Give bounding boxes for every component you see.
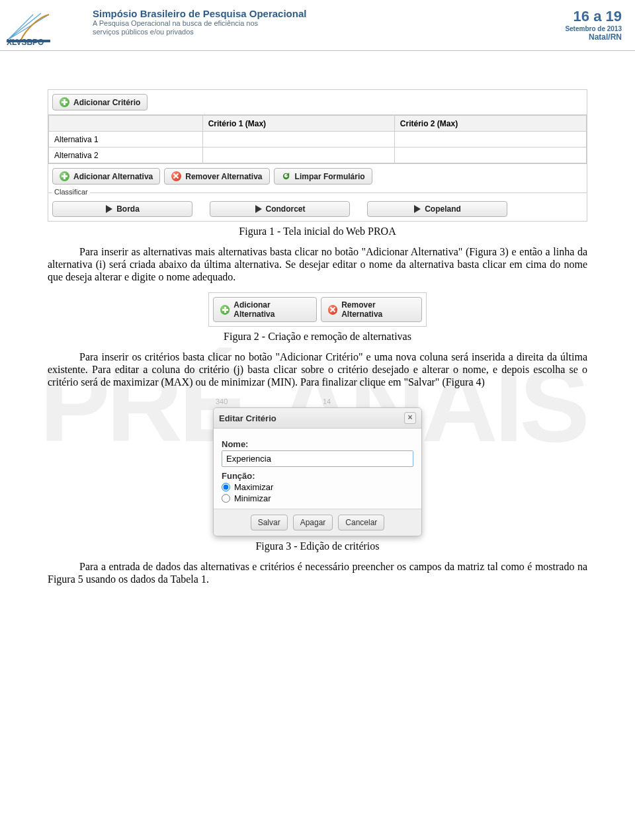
fig3-screenshot: 340 14 Editar Critério × Nome: Função: M… (213, 398, 422, 536)
header-subtitle-1: A Pesquisa Operacional na busca de efici… (93, 19, 306, 28)
save-label: Salvar (258, 518, 280, 527)
close-icon (171, 171, 181, 181)
clear-form-label: Limpar Formulário (295, 172, 365, 181)
function-label: Função: (222, 471, 413, 481)
remove-alternative-button[interactable]: Remover Alternativa (321, 297, 422, 322)
maximize-label: Maximizar (234, 482, 273, 492)
classify-borda-label: Borda (116, 204, 140, 214)
grid-header-crit2[interactable]: Critério 2 (Max) (394, 116, 586, 132)
event-logo: XLVSBPO (5, 8, 85, 45)
delete-label: Apagar (300, 518, 326, 527)
header-city: Natal/RN (565, 32, 622, 42)
fig3-caption: Figura 3 - Edição de critérios (0, 540, 635, 552)
add-alternative-button[interactable]: Adicionar Alternativa (213, 297, 317, 322)
add-alternative-button[interactable]: Adicionar Alternativa (52, 168, 160, 185)
header-title: Simpósio Brasileiro de Pesquisa Operacio… (93, 8, 306, 19)
add-alternative-label: Adicionar Alternativa (233, 300, 310, 319)
remove-alternative-label: Remover Alternativa (341, 300, 415, 319)
name-label: Nome: (222, 439, 413, 449)
grid-cell[interactable] (202, 132, 394, 147)
plus-icon (60, 97, 69, 107)
dialog-close-button[interactable]: × (404, 412, 416, 424)
classify-copeland-button[interactable]: Copeland (367, 201, 507, 217)
header-dates: 16 a 19 (565, 8, 622, 25)
grid-header-crit1[interactable]: Critério 1 (Max) (202, 116, 394, 132)
criterion-name-input[interactable] (222, 450, 413, 467)
cancel-button[interactable]: Cancelar (338, 515, 384, 530)
save-button[interactable]: Salvar (251, 515, 288, 530)
close-icon (328, 305, 337, 315)
edit-criterion-dialog: Editar Critério × Nome: Função: Maximiza… (213, 407, 422, 536)
classify-copeland-label: Copeland (425, 204, 461, 214)
minimize-label: Minimizar (234, 493, 271, 503)
fig2-caption: Figura 2 - Criação e remoção de alternat… (0, 331, 635, 343)
dialog-title: Editar Critério (219, 413, 276, 423)
paragraph-1: Para inserir as alternativas mais altern… (48, 245, 587, 283)
criteria-grid: Critério 1 (Max) Critério 2 (Max) Altern… (48, 115, 587, 163)
classify-group-label: Classificar (52, 188, 90, 196)
header-subtitle-2: serviços públicos e/ou privados (93, 28, 306, 36)
delete-button[interactable]: Apagar (293, 515, 333, 530)
grid-cell[interactable] (394, 147, 586, 163)
classify-condorcet-label: Condorcet (266, 204, 306, 214)
classify-condorcet-button[interactable]: Condorcet (210, 201, 350, 217)
close-icon: × (407, 413, 412, 422)
paragraph-3: Para a entrada de dados das alternativas… (48, 560, 587, 585)
grid-row-label[interactable]: Alternativa 2 (49, 147, 203, 163)
logo-text: XLVSBPO (7, 38, 44, 45)
page-header: XLVSBPO Simpósio Brasileiro de Pesquisa … (0, 0, 635, 51)
remove-alternative-button[interactable]: Remover Alternativa (164, 168, 269, 185)
add-alternative-label: Adicionar Alternativa (73, 172, 153, 181)
play-icon (414, 205, 421, 213)
play-icon (106, 205, 112, 213)
add-criterion-button[interactable]: Adicionar Critério (52, 94, 148, 110)
clear-form-button[interactable]: Limpar Formulário (274, 168, 372, 185)
fig1-screenshot: Adicionar Critério Critério 1 (Max) Crit… (48, 89, 587, 222)
plus-icon (60, 171, 69, 181)
classify-borda-button[interactable]: Borda (52, 201, 192, 217)
plus-icon (220, 305, 230, 315)
grid-cell[interactable] (394, 132, 586, 147)
maximize-radio[interactable] (222, 483, 230, 491)
header-month: Setembro de 2013 (565, 25, 622, 32)
fig2-screenshot: Adicionar Alternativa Remover Alternativ… (208, 292, 427, 327)
grid-row-label[interactable]: Alternativa 1 (49, 132, 203, 147)
minimize-radio[interactable] (222, 494, 230, 503)
fig1-caption: Figura 1 - Tela inicial do Web PROA (0, 226, 635, 237)
cancel-label: Cancelar (345, 518, 377, 527)
fig3-bgnum-left: 340 (216, 398, 312, 405)
add-criterion-label: Adicionar Critério (73, 98, 140, 107)
remove-alternative-label: Remover Alternativa (185, 172, 262, 181)
grid-header-empty (49, 116, 203, 132)
grid-cell[interactable] (202, 147, 394, 163)
play-icon (255, 205, 262, 213)
paragraph-2: Para inserir os critérios basta clicar n… (48, 351, 587, 388)
reload-icon (281, 171, 291, 181)
fig3-bgnum-right: 14 (323, 398, 419, 405)
